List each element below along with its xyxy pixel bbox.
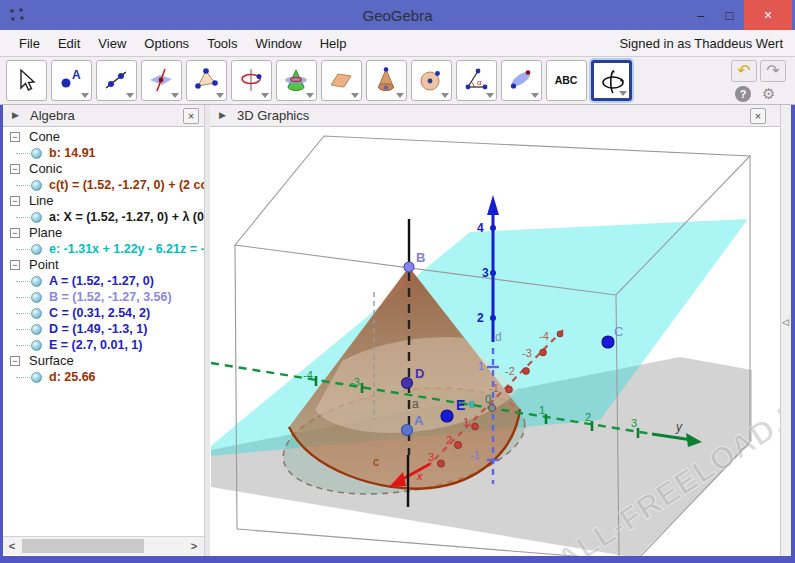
point-D[interactable] <box>402 378 413 389</box>
menu-options[interactable]: Options <box>135 32 198 55</box>
svg-text:ABC: ABC <box>555 74 578 86</box>
point-C[interactable] <box>602 336 614 348</box>
menu-view[interactable]: View <box>89 32 135 55</box>
dropdown-arrow-icon[interactable] <box>81 93 89 98</box>
svg-text:1: 1 <box>539 404 545 416</box>
collapse-icon[interactable]: − <box>10 132 20 142</box>
point-B[interactable] <box>404 262 414 272</box>
tool-point[interactable]: A <box>51 60 92 101</box>
tool-perpendicular-line[interactable] <box>141 60 182 101</box>
algebra-group-conic[interactable]: −Conic <box>3 161 205 177</box>
graphics-3d-close-icon[interactable]: × <box>750 108 766 124</box>
tool-line[interactable] <box>96 60 137 101</box>
algebra-item[interactable]: d: 25.66 <box>3 369 205 385</box>
scrollbar-thumb[interactable] <box>22 539 144 553</box>
dropdown-arrow-icon[interactable] <box>531 93 539 98</box>
tool-polygon[interactable] <box>186 60 227 101</box>
origin-point <box>489 405 496 412</box>
algebra-item[interactable]: e: -1.31x + 1.22y - 6.21z = -9 <box>3 241 205 257</box>
scroll-right-icon[interactable]: > <box>185 537 203 555</box>
visibility-marble-icon[interactable] <box>31 372 42 383</box>
dropdown-arrow-icon[interactable] <box>216 93 224 98</box>
visibility-marble-icon[interactable] <box>31 292 42 303</box>
dropdown-arrow-icon[interactable] <box>486 93 494 98</box>
algebra-group-line[interactable]: −Line <box>3 193 205 209</box>
dropdown-arrow-icon[interactable] <box>306 93 314 98</box>
panel-arrow-icon[interactable]: ▶ <box>12 110 19 120</box>
visibility-marble-icon[interactable] <box>31 212 42 223</box>
collapse-icon[interactable]: − <box>10 260 20 270</box>
visibility-marble-icon[interactable] <box>31 148 42 159</box>
algebra-item[interactable]: D = (1.49, -1.3, 1) <box>3 321 205 337</box>
label-x-axis: x <box>416 470 423 482</box>
dropdown-arrow-icon[interactable] <box>441 93 449 98</box>
graphics-3d-view[interactable]: c <box>210 127 780 556</box>
intersect-cone-plane-icon <box>282 66 310 94</box>
tool-circle-axis[interactable] <box>231 60 272 101</box>
tool-angle[interactable]: α <box>456 60 497 101</box>
visibility-marble-icon[interactable] <box>31 324 42 335</box>
maximize-button[interactable]: □ <box>715 0 744 30</box>
title-bar[interactable]: GeoGebra – □ × <box>0 0 795 30</box>
svg-text:3: 3 <box>631 417 637 429</box>
dropdown-arrow-icon[interactable] <box>396 93 404 98</box>
visibility-marble-icon[interactable] <box>31 308 42 319</box>
algebra-item[interactable]: b: 14.91 <box>3 145 205 161</box>
menu-edit[interactable]: Edit <box>49 32 89 55</box>
tool-move[interactable] <box>6 60 47 101</box>
signed-in-status[interactable]: Signed in as Thaddeus Wert <box>619 36 783 51</box>
tool-plane[interactable] <box>321 60 362 101</box>
dropdown-arrow-icon[interactable] <box>351 93 359 98</box>
collapse-icon[interactable]: − <box>10 196 20 206</box>
algebra-group-point[interactable]: −Point <box>3 257 205 273</box>
redo-button[interactable]: ↷ <box>760 60 786 82</box>
point-E[interactable] <box>441 410 453 422</box>
menu-window[interactable]: Window <box>246 32 310 55</box>
tool-intersect-surfaces[interactable] <box>276 60 317 101</box>
menu-file[interactable]: File <box>10 32 49 55</box>
algebra-item[interactable]: B = (1.52, -1.27, 3.56) <box>3 289 205 305</box>
sphere-icon <box>417 66 445 94</box>
angle-icon: α <box>462 66 490 94</box>
gear-icon[interactable]: ⚙ <box>762 85 775 102</box>
visibility-marble-icon[interactable] <box>31 340 42 351</box>
menu-help[interactable]: Help <box>311 32 356 55</box>
algebra-item[interactable]: a: X = (1.52, -1.27, 0) + λ (0, 0 <box>3 209 205 225</box>
dropdown-arrow-icon[interactable] <box>261 93 269 98</box>
algebra-horizontal-scrollbar[interactable]: < > <box>3 536 205 555</box>
tool-text[interactable]: ABC <box>546 60 587 101</box>
dropdown-arrow-icon[interactable] <box>171 93 179 98</box>
undo-button[interactable]: ↶ <box>731 60 757 82</box>
collapse-icon[interactable]: − <box>10 356 20 366</box>
visibility-marble-icon[interactable] <box>31 276 42 287</box>
algebra-group-surface[interactable]: −Surface <box>3 353 205 369</box>
tool-reflect[interactable] <box>501 60 542 101</box>
algebra-close-icon[interactable]: × <box>183 108 199 124</box>
help-icon[interactable]: ? <box>735 86 751 102</box>
minimize-button[interactable]: – <box>686 0 715 30</box>
dropdown-arrow-icon[interactable] <box>126 93 134 98</box>
algebra-item[interactable]: c(t) = (1.52, -1.27, 0) + (2 cos <box>3 177 205 193</box>
point-A[interactable] <box>402 425 413 436</box>
tool-rotate-3d-view[interactable] <box>591 60 632 101</box>
algebra-item[interactable]: E = (2.7, 0.01, 1) <box>3 337 205 353</box>
collapse-icon[interactable]: − <box>10 164 20 174</box>
svg-text:B: B <box>416 250 425 265</box>
algebra-item[interactable]: A = (1.52, -1.27, 0) <box>3 273 205 289</box>
algebra-group-plane[interactable]: −Plane <box>3 225 205 241</box>
menu-tools[interactable]: Tools <box>198 32 246 55</box>
collapse-icon[interactable]: − <box>10 228 20 238</box>
close-button[interactable]: × <box>744 0 792 30</box>
visibility-marble-icon[interactable] <box>31 180 42 191</box>
dropdown-arrow-icon[interactable] <box>619 91 627 96</box>
label-y-axis: y <box>675 420 683 434</box>
tool-sphere[interactable] <box>411 60 452 101</box>
panel-arrow-icon[interactable]: ▶ <box>219 110 226 120</box>
collapse-panel-icon[interactable]: ◁ <box>782 317 789 327</box>
tool-cone[interactable] <box>366 60 407 101</box>
svg-text:α: α <box>477 78 482 87</box>
scroll-left-icon[interactable]: < <box>3 537 21 555</box>
visibility-marble-icon[interactable] <box>31 244 42 255</box>
algebra-item[interactable]: C = (0.31, 2.54, 2) <box>3 305 205 321</box>
algebra-group-cone[interactable]: −Cone <box>3 129 205 145</box>
